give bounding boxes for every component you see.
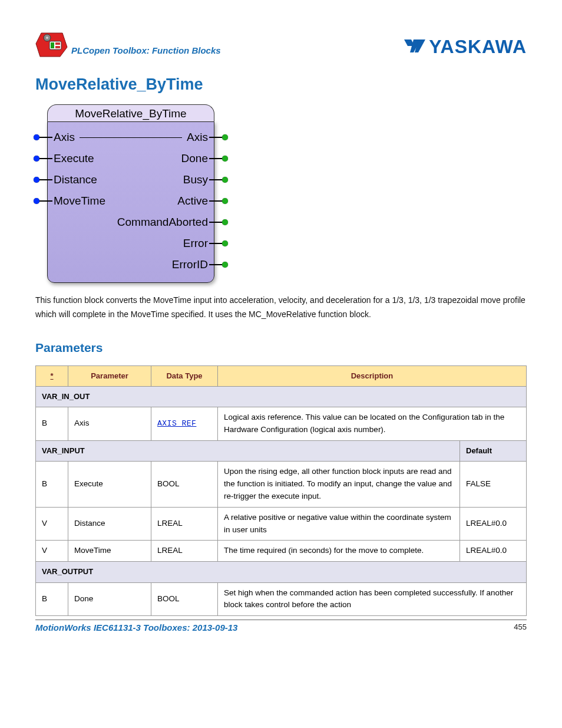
output-pin-icon (222, 262, 228, 268)
col-description: Description (218, 365, 527, 386)
table-row: V Distance LREAL A relative positive or … (36, 507, 527, 541)
page-footer: MotionWorks IEC61131-3 Toolboxes: 2013-0… (35, 620, 527, 633)
fb-row-axis: Axis Axis (48, 127, 214, 148)
fb-output-error: Error (131, 237, 208, 250)
svg-point-1 (46, 37, 48, 39)
fb-row-execute: Execute Done (48, 148, 214, 169)
parameters-heading: Parameters (35, 341, 527, 355)
fb-input-distance: Distance (54, 173, 131, 186)
fb-row-errorid: ErrorID (48, 254, 214, 275)
fb-row-movetime: MoveTime Active (48, 190, 214, 212)
output-pin-icon (222, 156, 228, 162)
table-row: B Execute BOOL Upon the rising edge, all… (36, 461, 527, 507)
yaskawa-logo: YASKAWA (403, 36, 527, 58)
input-pin-icon (34, 177, 39, 183)
svg-rect-3 (51, 42, 54, 48)
fb-body: Axis Axis Execute Done Distance Busy (47, 121, 214, 283)
output-pin-icon (222, 241, 228, 246)
fb-output-done: Done (131, 152, 208, 165)
output-pin-icon (222, 219, 228, 225)
page-title: MoveRelative_ByTime (35, 75, 527, 94)
col-parameter: Parameter (68, 365, 151, 386)
breadcrumb: PLCopen Toolbox: Function Blocks (71, 45, 221, 58)
input-pin-icon (34, 156, 39, 162)
col-datatype: Data Type (151, 365, 218, 386)
section-var-in-out: VAR_IN_OUT (36, 386, 527, 407)
table-header-row: * Parameter Data Type Description (36, 365, 527, 386)
input-pin-icon (34, 134, 39, 140)
parameters-table: * Parameter Data Type Description VAR_IN… (35, 365, 527, 617)
footer-text: MotionWorks IEC61131-3 Toolboxes: 2013-0… (35, 622, 237, 633)
fb-title: MoveRelative_ByTime (47, 104, 214, 121)
output-pin-icon (222, 177, 228, 183)
fb-row-distance: Distance Busy (48, 169, 214, 190)
col-flag: * (36, 365, 68, 386)
section-var-input: VAR_INPUT Default (36, 440, 527, 461)
table-row: B Axis AXIS_REF Logical axis reference. … (36, 407, 527, 440)
fb-input-movetime: MoveTime (54, 195, 131, 207)
fb-output-commandaborted: CommandAborted (117, 216, 208, 229)
svg-rect-5 (55, 46, 60, 48)
brand-text: YASKAWA (429, 36, 527, 58)
fb-output-active: Active (131, 195, 208, 207)
function-block-diagram: MoveRelative_ByTime Axis Axis Execute Do… (42, 104, 527, 283)
table-row: B Done BOOL Set high when the commanded … (36, 582, 527, 616)
svg-rect-4 (55, 42, 60, 45)
output-pin-icon (222, 198, 228, 204)
input-pin-icon (34, 198, 39, 204)
page-header: PLCopen Toolbox: Function Blocks YASKAWA (35, 29, 527, 58)
axis-ref-link[interactable]: AXIS_REF (157, 419, 196, 428)
fb-row-commandaborted: CommandAborted (48, 212, 214, 233)
output-pin-icon (222, 134, 228, 140)
section-var-output: VAR_OUTPUT (36, 562, 527, 582)
yaskawa-mark-icon (403, 38, 425, 56)
fb-output-errorid: ErrorID (131, 258, 208, 271)
table-row: V MoveTime LREAL The time required (in s… (36, 541, 527, 562)
fb-input-execute: Execute (54, 152, 131, 165)
footer-page-number: 455 (514, 622, 527, 633)
header-left: PLCopen Toolbox: Function Blocks (35, 29, 221, 58)
fb-output-busy: Busy (131, 173, 208, 186)
plcopen-logo-icon (35, 29, 68, 58)
fb-row-error: Error (48, 233, 214, 254)
description-text: This function block converts the MoveTim… (35, 294, 527, 322)
